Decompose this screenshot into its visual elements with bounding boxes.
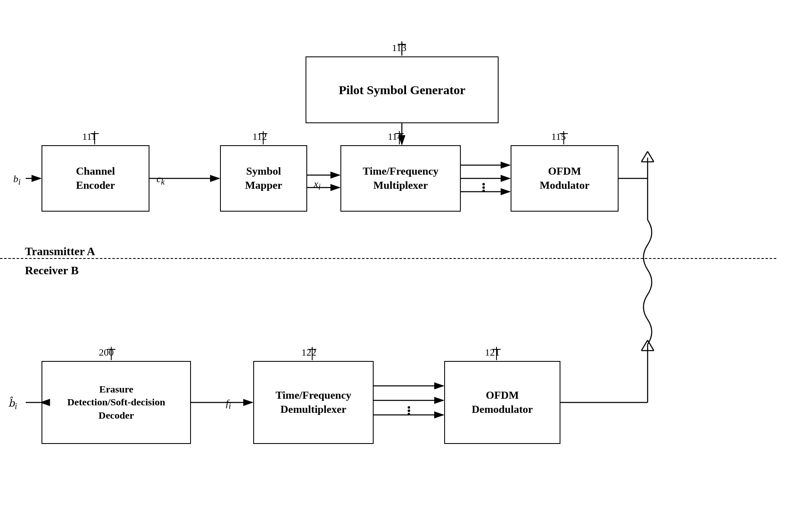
symbol-mapper-label: SymbolMapper <box>245 164 282 193</box>
erasure-decoder-label: ErasureDetection/Soft-decisionDecoder <box>67 383 165 422</box>
svg-point-29 <box>408 406 410 409</box>
time-freq-demux-label: Time/FrequencyDemultiplexer <box>276 388 351 417</box>
time-freq-demux-block: Time/FrequencyDemultiplexer <box>253 361 374 444</box>
time-freq-mux-block: Time/FrequencyMultiplexer <box>340 145 461 212</box>
ref-113: 113 <box>392 42 406 54</box>
ofdm-modulator-label: OFDMModulator <box>540 164 589 193</box>
svg-point-30 <box>408 410 410 412</box>
svg-point-31 <box>408 413 410 415</box>
erasure-decoder-block: ErasureDetection/Soft-decisionDecoder <box>42 361 191 444</box>
pilot-symbol-generator-label: Pilot Symbol Generator <box>339 82 465 98</box>
svg-point-14 <box>482 190 485 192</box>
svg-line-23 <box>648 340 654 351</box>
ofdm-demodulator-label: OFDMDemodulator <box>472 388 533 417</box>
diagram-container: Pilot Symbol Generator 113 ChannelEncode… <box>0 0 812 529</box>
ofdm-modulator-block: OFDMModulator <box>511 145 619 212</box>
ref-114: 114 <box>388 131 402 142</box>
ref-200: 200 <box>99 347 114 358</box>
channel-encoder-block: ChannelEncoder <box>42 145 149 212</box>
svg-line-19 <box>648 151 654 162</box>
signal-bi-hat: b̂i <box>8 397 17 411</box>
svg-point-13 <box>482 186 485 189</box>
ref-122: 122 <box>301 347 316 358</box>
ref-112: 112 <box>252 131 267 142</box>
channel-encoder-label: ChannelEncoder <box>76 164 115 193</box>
divider-line <box>0 258 776 259</box>
receiver-label: Receiver B <box>25 264 78 277</box>
signal-ck: ck <box>157 173 165 187</box>
ofdm-demodulator-block: OFDMDemodulator <box>444 361 560 444</box>
transmitter-label: Transmitter A <box>25 245 95 258</box>
svg-point-12 <box>482 183 485 185</box>
signal-fi: fi <box>226 397 231 411</box>
svg-line-18 <box>641 151 648 162</box>
svg-line-22 <box>641 340 648 351</box>
ref-115: 115 <box>551 131 566 142</box>
ref-111: 111 <box>82 131 96 142</box>
ref-121: 121 <box>485 347 500 358</box>
pilot-symbol-generator-block: Pilot Symbol Generator <box>306 56 499 123</box>
symbol-mapper-block: SymbolMapper <box>220 145 307 212</box>
signal-xi: xi <box>314 178 320 192</box>
time-freq-mux-label: Time/FrequencyMultiplexer <box>363 164 438 193</box>
signal-bi: bi <box>13 173 21 187</box>
